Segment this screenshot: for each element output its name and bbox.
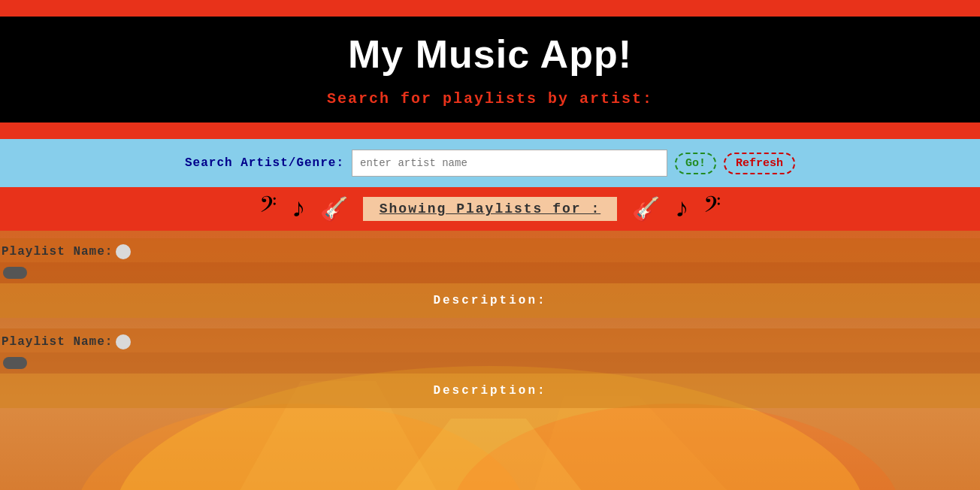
playlist-row-2: Playlist Name: Description: xyxy=(0,321,980,411)
bass-clef-icon: 𝄢 xyxy=(259,193,277,225)
playlist-name-row-1: Playlist Name: xyxy=(0,238,980,262)
toggle-row-1 xyxy=(0,262,980,283)
description-row-1: Description: xyxy=(0,283,980,318)
music-note-icon2: ♪ xyxy=(673,194,690,225)
guitar-icon2: 🎸 xyxy=(632,195,660,223)
playlist-items: Playlist Name: Description: Playlist Nam… xyxy=(0,231,980,411)
app-title: My Music App! xyxy=(0,32,980,77)
playlist-name-label-1: Playlist Name: xyxy=(0,245,113,259)
bottom-red-bar xyxy=(0,122,980,139)
top-red-bar xyxy=(0,0,980,17)
playlist-name-label-2: Playlist Name: xyxy=(0,335,113,349)
description-row-2: Description: xyxy=(0,374,980,408)
toggle-switch-1[interactable] xyxy=(3,267,27,279)
search-input[interactable] xyxy=(352,150,667,177)
music-bar: 𝄢 ♪ 🎸 Showing Playlists for : 🎸 ♪ 𝄢 xyxy=(0,187,980,231)
search-section: Search Artist/Genre: Go! Refresh xyxy=(0,139,980,187)
header: My Music App! Search for playlists by ar… xyxy=(0,17,980,122)
showing-playlists-label: Showing Playlists for : xyxy=(361,195,619,222)
toggle-row-2 xyxy=(0,352,980,374)
description-label-2: Description: xyxy=(433,384,546,398)
toggle-switch-2[interactable] xyxy=(3,357,27,369)
header-subtitle: Search for playlists by artist: xyxy=(0,90,980,107)
playlist-name-row-2: Playlist Name: xyxy=(0,328,980,352)
music-note-icon: ♪ xyxy=(290,194,307,225)
refresh-button[interactable]: Refresh xyxy=(724,153,795,174)
playlist-row-1: Playlist Name: Description: xyxy=(0,231,980,321)
go-button[interactable]: Go! xyxy=(675,153,716,174)
description-label-1: Description: xyxy=(433,294,546,307)
search-label: Search Artist/Genre: xyxy=(185,156,344,170)
content-area: Playlist Name: Description: Playlist Nam… xyxy=(0,231,980,490)
guitar-icon: 🎸 xyxy=(320,195,348,223)
playlist-name-badge-1 xyxy=(116,244,131,259)
bass-clef-icon2: 𝄢 xyxy=(703,193,721,225)
playlist-name-badge-2 xyxy=(116,334,131,349)
